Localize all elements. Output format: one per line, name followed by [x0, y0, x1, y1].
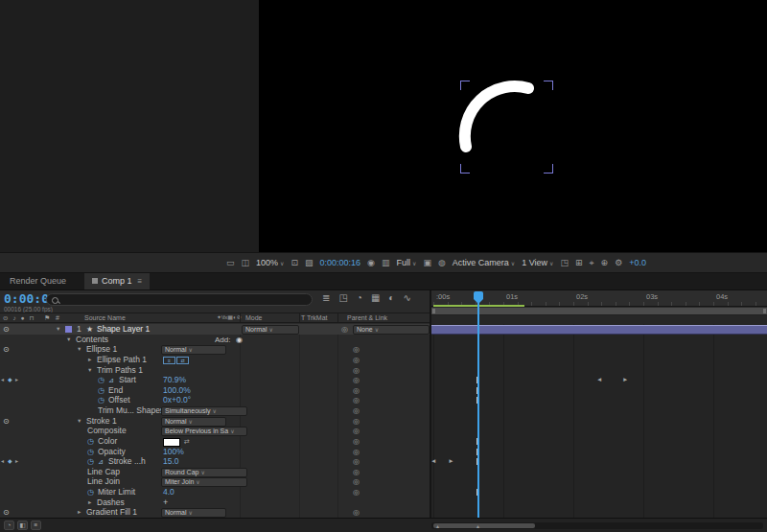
- row-shape-layer-1[interactable]: ⊙▼1★Shape Layer 1Normal∨◎None∨: [0, 324, 430, 335]
- row-composite[interactable]: CompositeBelow Previous in Sa∨◎: [0, 426, 430, 436]
- row-miter-limit[interactable]: ◷Miter Limit4.0◎: [0, 487, 430, 497]
- tab-render-queue[interactable]: Render Queue: [2, 273, 74, 289]
- stopwatch-icon[interactable]: ◷: [98, 385, 105, 396]
- horizontal-scrollbar[interactable]: ▴ ▴: [431, 522, 763, 529]
- pickwhip-icon[interactable]: ◎: [353, 385, 360, 396]
- keyframe-icon[interactable]: ◄: [596, 375, 602, 383]
- draft-3d-icon[interactable]: ◳: [338, 292, 347, 303]
- parent-select[interactable]: None∨: [353, 325, 430, 335]
- twirl-icon[interactable]: ▼: [56, 324, 60, 335]
- pickwhip-icon[interactable]: ◎: [353, 507, 360, 518]
- resolution-select[interactable]: Full∨: [396, 258, 416, 267]
- property-label[interactable]: Start: [119, 375, 136, 385]
- magnification-select[interactable]: 100%∨: [256, 258, 284, 267]
- graph-editor-icon[interactable]: ∿: [403, 292, 410, 303]
- row-opacity[interactable]: ◷Opacity100%◎: [0, 447, 430, 457]
- property-value[interactable]: 70.9%: [163, 375, 186, 385]
- path-reverse-icon[interactable]: ⇄: [176, 357, 189, 364]
- motion-blur-icon[interactable]: ◐: [388, 292, 394, 303]
- keyframe-at-time-icon[interactable]: ◆: [8, 456, 12, 467]
- pixel-aspect-icon[interactable]: ◫: [242, 258, 250, 267]
- grid-guides-icon[interactable]: ⊞: [575, 258, 583, 267]
- graph-toggle-icon[interactable]: ⊿: [98, 456, 104, 467]
- pickwhip-icon[interactable]: ◎: [353, 405, 360, 416]
- row-trim-paths-1[interactable]: ▼Trim Paths 1◎: [0, 365, 430, 376]
- pickwhip-icon[interactable]: ◎: [353, 426, 360, 436]
- property-label[interactable]: Offset: [108, 395, 130, 405]
- timeline-search[interactable]: [46, 293, 313, 306]
- property-label[interactable]: Line Join: [87, 476, 120, 487]
- row-color[interactable]: ◷Color⇄◎: [0, 436, 430, 447]
- scrollbar-thumb[interactable]: [433, 523, 535, 528]
- twirl-icon[interactable]: ►: [87, 497, 92, 508]
- pickwhip-icon[interactable]: ◎: [353, 365, 360, 376]
- mode-select[interactable]: Normal∨: [242, 325, 299, 335]
- property-label[interactable]: Line Cap: [87, 467, 120, 477]
- property-value[interactable]: 4.0: [163, 487, 174, 497]
- keyframe-icon[interactable]: ◄: [431, 456, 436, 465]
- layer-color-swatch[interactable]: [65, 326, 72, 333]
- row-offset[interactable]: ◷Offset0x+0.0°◎: [0, 395, 430, 405]
- row-ellipse-1[interactable]: ⊙▼Ellipse 1Normal∨◎: [0, 344, 430, 355]
- property-label[interactable]: Ellipse 1: [86, 344, 117, 355]
- property-label[interactable]: End: [108, 385, 123, 396]
- blend-mode-select[interactable]: Normal∨: [161, 417, 226, 427]
- center-view-icon[interactable]: ⌖: [590, 258, 594, 267]
- tab-comp-1[interactable]: Comp 1≡: [84, 273, 150, 289]
- layer-selection-brackets[interactable]: [460, 81, 553, 173]
- pickwhip-icon[interactable]: ◎: [353, 467, 360, 477]
- property-select[interactable]: Miter Join∨: [161, 477, 247, 487]
- stopwatch-icon[interactable]: ◷: [98, 395, 105, 405]
- playhead-handle[interactable]: [474, 291, 483, 299]
- row-line-cap[interactable]: Line CapRound Cap∨◎: [0, 467, 430, 477]
- snapshot-camera-icon[interactable]: ◉: [367, 258, 375, 267]
- stopwatch-icon[interactable]: ◷: [87, 436, 94, 447]
- work-area-bar[interactable]: [431, 307, 767, 315]
- next-keyframe-icon[interactable]: ▸: [15, 456, 18, 467]
- property-value[interactable]: 15.0: [163, 456, 179, 467]
- viewer-timecode[interactable]: 0:00:00:16: [320, 258, 361, 267]
- panel-menu-icon[interactable]: ≡: [138, 277, 143, 286]
- region-of-interest-icon[interactable]: ▣: [423, 258, 431, 267]
- pickwhip-icon[interactable]: ◎: [353, 416, 360, 427]
- source-name-header[interactable]: Source Name: [84, 313, 126, 322]
- toggle-in-out-panes-button[interactable]: ≡: [31, 520, 41, 530]
- keyframe-icon[interactable]: ►: [622, 375, 628, 383]
- pickwhip-icon[interactable]: ◎: [353, 436, 360, 447]
- property-select[interactable]: Simultaneously∨: [161, 406, 247, 416]
- property-value[interactable]: 0x+0.0°: [163, 395, 191, 405]
- blend-mode-select[interactable]: Normal∨: [161, 508, 226, 518]
- stopwatch-icon[interactable]: ◷: [87, 487, 94, 497]
- property-label[interactable]: Stroke 1: [86, 416, 117, 427]
- graph-toggle-icon[interactable]: ⊿: [108, 375, 114, 385]
- stopwatch-icon[interactable]: ◷: [98, 375, 105, 385]
- mini-flowchart-icon[interactable]: ≣: [322, 292, 330, 303]
- property-label[interactable]: Opacity: [98, 447, 126, 457]
- row-gradient-fill-1[interactable]: ⊙►Gradient Fill 1Normal∨◎: [0, 507, 430, 518]
- keyframe-icon[interactable]: ►: [448, 456, 453, 465]
- prev-keyframe-icon[interactable]: ◂: [1, 456, 4, 467]
- work-area-start-handle[interactable]: [432, 309, 435, 313]
- property-label[interactable]: Trim Mu... Shapes: [98, 405, 164, 416]
- property-value[interactable]: 100.0%: [163, 385, 191, 396]
- eye-icon[interactable]: ⊙: [3, 507, 10, 518]
- pickwhip-icon[interactable]: ◎: [353, 395, 360, 405]
- swap-colors-icon[interactable]: ⇄: [184, 436, 190, 447]
- twirl-icon[interactable]: ▼: [87, 365, 92, 376]
- twirl-icon[interactable]: ▼: [66, 335, 71, 345]
- keyframe-at-time-icon[interactable]: ◆: [8, 375, 12, 385]
- toggle-transfer-controls-button[interactable]: ◧: [17, 520, 28, 530]
- eye-icon[interactable]: ⊙: [3, 416, 10, 427]
- row-stroke-1[interactable]: ⊙▼Stroke 1Normal∨◎: [0, 416, 430, 427]
- prev-keyframe-icon[interactable]: ◂: [1, 375, 4, 385]
- row-trim-mu-shapes[interactable]: Trim Mu... ShapesSimultaneously∨◎: [0, 405, 430, 416]
- property-value[interactable]: 100%: [163, 447, 184, 457]
- property-label[interactable]: Dashes: [97, 497, 125, 508]
- blend-mode-select[interactable]: Normal∨: [161, 345, 226, 355]
- transparency-grid-icon[interactable]: ▨: [305, 258, 314, 267]
- row-end[interactable]: ◷End100.0%◎: [0, 385, 430, 396]
- property-select[interactable]: Round Cap∨: [161, 468, 247, 477]
- property-label[interactable]: Miter Limit: [98, 487, 135, 497]
- pickwhip-icon[interactable]: ◎: [353, 476, 360, 487]
- eye-icon[interactable]: ⊙: [3, 324, 10, 335]
